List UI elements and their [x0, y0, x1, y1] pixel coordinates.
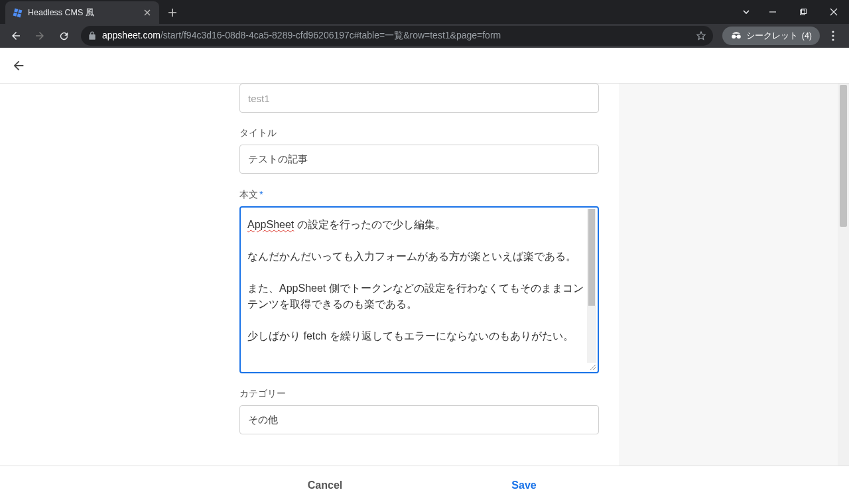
incognito-label: シークレット — [746, 31, 798, 42]
left-panel — [0, 84, 220, 466]
svg-point-7 — [832, 38, 834, 40]
body-label-text: 本文 — [239, 189, 258, 200]
form-area: タイトル 本文* AppSheet の設定を行ったので少し編集。 なんだかんだい… — [220, 84, 849, 466]
spellcheck-word: AppSheet — [247, 219, 294, 230]
save-button[interactable]: Save — [424, 474, 623, 497]
body-textarea-content: AppSheet の設定を行ったので少し編集。 なんだかんだいっても入力フォーム… — [247, 217, 586, 365]
body-textarea[interactable]: AppSheet の設定を行ったので少し編集。 なんだかんだいっても入力フォーム… — [239, 206, 599, 373]
title-label: タイトル — [239, 127, 599, 139]
tab-search-icon[interactable] — [735, 0, 757, 24]
scroll-down-icon[interactable]: ▼ — [838, 454, 849, 466]
window-minimize-icon[interactable] — [757, 0, 788, 24]
category-input[interactable] — [239, 405, 599, 434]
id-input[interactable] — [239, 84, 599, 113]
form-footer: Cancel Save — [0, 466, 849, 504]
body-line1: の設定を行ったので少し編集。 — [294, 219, 445, 230]
browser-menu-icon[interactable] — [822, 25, 844, 46]
bookmark-star-icon[interactable] — [696, 31, 706, 41]
body-label: 本文* — [239, 188, 599, 201]
textarea-scrollbar[interactable] — [587, 209, 596, 363]
browser-chrome: Headless CMS 風 — [0, 0, 849, 48]
page-scrollbar[interactable]: ▼ — [838, 84, 849, 466]
svg-rect-4 — [735, 36, 737, 37]
new-tab-button[interactable] — [163, 3, 182, 22]
lock-icon — [88, 31, 97, 40]
nav-forward-icon — [29, 25, 50, 46]
textarea-resize-handle[interactable] — [588, 363, 596, 371]
form-back-button[interactable] — [8, 55, 29, 76]
required-mark: * — [259, 188, 263, 200]
tab-strip: Headless CMS 風 — [0, 0, 849, 24]
tab-favicon-icon — [12, 7, 23, 18]
nav-reload-icon[interactable] — [53, 25, 74, 46]
body-para4: 少しばかり fetch を繰り返してもエラーにならないのもありがたい。 — [247, 330, 574, 342]
form-card: タイトル 本文* AppSheet の設定を行ったので少し編集。 なんだかんだい… — [220, 84, 619, 466]
tab-close-icon[interactable] — [142, 7, 153, 18]
incognito-icon — [730, 31, 742, 42]
window-maximize-icon[interactable] — [788, 0, 818, 24]
svg-point-2 — [732, 34, 736, 38]
browser-tab[interactable]: Headless CMS 風 — [5, 1, 159, 24]
url-host: appsheet.com — [102, 30, 161, 40]
body-para3: また、AppSheet 側でトークンなどの設定を行わなくてもそのままコンテンツを… — [247, 283, 584, 310]
window-close-icon[interactable] — [818, 0, 849, 24]
url-text: appsheet.com/start/f94c3d16-08d8-4ca5-82… — [102, 30, 690, 42]
cancel-button[interactable]: Cancel — [226, 474, 424, 497]
textarea-scrollthumb[interactable] — [588, 209, 595, 306]
window-controls — [735, 0, 849, 24]
address-bar[interactable]: appsheet.com/start/f94c3d16-08d8-4ca5-82… — [81, 26, 713, 46]
title-input[interactable] — [239, 145, 599, 174]
browser-toolbar: appsheet.com/start/f94c3d16-08d8-4ca5-82… — [0, 24, 849, 48]
incognito-indicator[interactable]: シークレット (4) — [722, 27, 820, 45]
url-path: /start/f94c3d16-08d8-4ca5-8289-cfd962061… — [161, 30, 501, 40]
incognito-count: (4) — [802, 31, 812, 40]
tab-title: Headless CMS 風 — [28, 7, 137, 19]
nav-back-icon[interactable] — [5, 25, 27, 46]
svg-point-5 — [832, 31, 834, 32]
app-body: タイトル 本文* AppSheet の設定を行ったので少し編集。 なんだかんだい… — [0, 84, 849, 466]
category-label: カテゴリー — [239, 388, 599, 400]
svg-point-6 — [832, 34, 834, 36]
body-para2: なんだかんだいっても入力フォームがある方が楽といえば楽である。 — [247, 251, 576, 262]
svg-point-3 — [736, 34, 740, 38]
app-header — [0, 48, 849, 84]
